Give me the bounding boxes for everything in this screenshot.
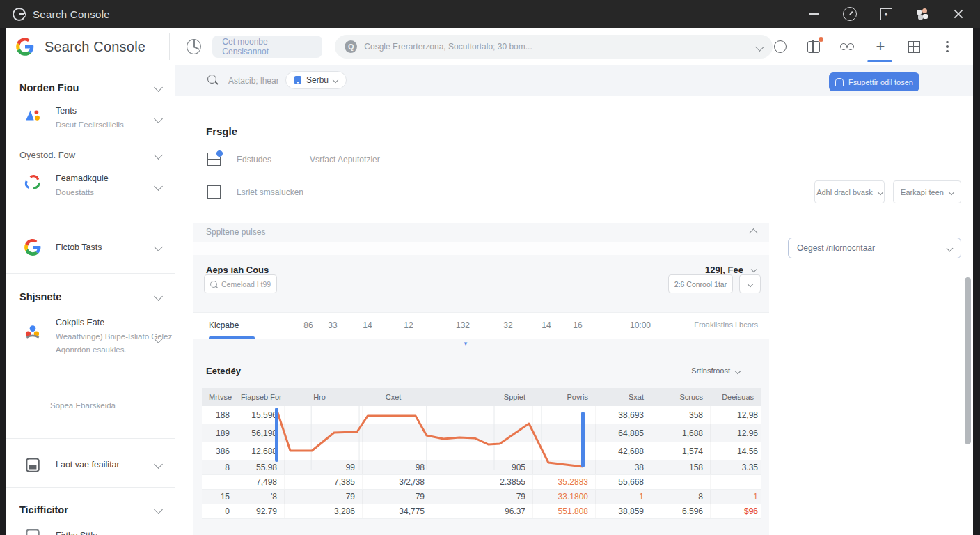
- table-cell: [362, 406, 432, 424]
- table-sort-dropdown[interactable]: Srtinsfroost: [649, 366, 740, 375]
- table-row[interactable]: 18815.59638,69335812,98: [202, 406, 761, 424]
- clock-icon[interactable]: [842, 6, 858, 22]
- clipboard-icon: [24, 456, 42, 474]
- column-header[interactable]: Scrucs: [651, 393, 710, 401]
- sidebar-item-firthy[interactable]: Firthy SttIs: [6, 527, 175, 535]
- tab-kicpabe[interactable]: Kicpabe: [209, 320, 239, 330]
- column-header[interactable]: Sppiet: [432, 393, 532, 401]
- divider: [169, 33, 170, 60]
- table-cell: [432, 424, 532, 442]
- divider: [6, 487, 175, 488]
- table-cell: [651, 475, 710, 489]
- restore-button[interactable]: ♦: [878, 6, 894, 22]
- section-label: Sppltene pulses: [206, 227, 265, 237]
- sidebar-section-oyestod[interactable]: Oyestod. Fow: [6, 150, 175, 160]
- active-tab-underline: [209, 336, 255, 339]
- column-header[interactable]: Hro: [284, 393, 362, 401]
- table-cell: [362, 424, 432, 442]
- refresh-circle-icon[interactable]: [773, 39, 788, 54]
- control-dropdown-button[interactable]: [739, 274, 761, 293]
- notify-button[interactable]: Fsupettir odil tosen: [829, 72, 919, 91]
- column-header[interactable]: Deeisuas: [710, 393, 761, 401]
- sidebar-item-laot[interactable]: Laot vae feailitar: [6, 456, 175, 470]
- pie-icon[interactable]: [187, 39, 201, 54]
- sidebar-item-cokpils[interactable]: Cokpils Eate Weaattvinge) Bnipe-Isliato …: [6, 318, 175, 354]
- table-cell: 79: [432, 490, 532, 504]
- table-row[interactable]: 15'879797933.1800181: [202, 490, 761, 504]
- sidebar-note: Sopea.Ebarskeida: [6, 401, 175, 410]
- marker-triangle-icon: ▼: [463, 341, 468, 347]
- sidebar-section-shjsnete[interactable]: Shjsnete: [6, 291, 175, 302]
- chevron-down-icon: [747, 281, 752, 286]
- people-icon[interactable]: [839, 39, 855, 54]
- table-row[interactable]: 092.793,28634,77596.37551.80838,8596.596…: [202, 504, 761, 519]
- feature-label[interactable]: Edstudes: [237, 155, 271, 164]
- window-title: Search Console: [33, 8, 110, 20]
- column-header[interactable]: Fiapseb For: [237, 393, 284, 401]
- app-logo[interactable]: Search Console: [6, 37, 168, 56]
- panel-value: 129|, Fee: [646, 265, 743, 275]
- sidebar-item-tents[interactable]: Tents Dscut Eeclirscilieils: [6, 106, 175, 129]
- sidebar-section-ticifficitor[interactable]: Ticifficitor: [6, 504, 175, 515]
- add-tab-button[interactable]: +: [873, 39, 888, 54]
- control-button[interactable]: 2:6 Conrool 1tar: [668, 274, 733, 293]
- table-cell: 6.596: [651, 504, 710, 518]
- table-cell: 7,385: [284, 475, 362, 489]
- column-header[interactable]: Povris: [532, 393, 595, 401]
- table-row[interactable]: 7,4987,3853/2,/382.385535.288355,668: [202, 475, 761, 490]
- extension-icon[interactable]: [915, 6, 930, 22]
- column-header[interactable]: Cxet: [362, 393, 432, 401]
- sidebar-item-fictob[interactable]: Fictob Tasts: [6, 238, 175, 252]
- search-icon[interactable]: [207, 75, 216, 84]
- table-cell: $96: [710, 504, 761, 518]
- minimize-button[interactable]: [806, 6, 821, 22]
- table-cell: 3.35: [710, 460, 761, 474]
- header-search-bar[interactable]: Q Cosgle Ererarterzona, Socuttortalo; 30…: [335, 35, 773, 59]
- sidebar-section-norden[interactable]: Norden Fiou: [6, 82, 175, 93]
- table-cell: 358: [651, 406, 710, 424]
- secondary-button-1[interactable]: Adhl dracl bvask: [814, 180, 885, 203]
- apps-grid-icon[interactable]: [906, 39, 922, 54]
- sidebar: Norden Fiou Tents Dscut Eeclirscilieils …: [6, 65, 176, 535]
- column-header[interactable]: Sxat: [595, 393, 651, 401]
- main-toolbar: Astacib; lhear Serbu Fsupettir odil tose…: [175, 65, 973, 96]
- table-cell: 38,693: [595, 406, 651, 424]
- table-row[interactable]: 18956,19864,8851,68812.96: [202, 424, 761, 442]
- table-row[interactable]: 855.989998905381583.35: [202, 460, 761, 475]
- account-pill[interactable]: Cet moonbe Censisannot: [212, 36, 322, 58]
- feature-label[interactable]: Lsrlet smsalucken: [237, 187, 303, 197]
- table-cell: 33.1800: [532, 490, 595, 504]
- divider: [6, 273, 175, 274]
- clipboard-icon: [24, 527, 42, 535]
- table-cell: [532, 424, 595, 442]
- table-cell: '8: [237, 492, 284, 502]
- main-area: Astacib; lhear Serbu Fsupettir odil tose…: [175, 65, 973, 535]
- right-panel-select[interactable]: Oegest /rilornocritaar: [788, 238, 961, 258]
- metric-value: 16: [573, 320, 582, 330]
- table-cell: 55,668: [595, 475, 651, 489]
- chevron-down-icon[interactable]: [755, 42, 764, 52]
- scrollbar-thumb[interactable]: [965, 277, 971, 444]
- toolbar-search-placeholder[interactable]: Astacib; lhear: [228, 76, 279, 86]
- filter-input[interactable]: Cemeload I t99: [204, 274, 277, 293]
- column-header[interactable]: Mrtvse: [202, 393, 237, 401]
- feature-label-secondary[interactable]: Vsrfact Aeputotzler: [310, 155, 380, 164]
- close-button[interactable]: [951, 6, 966, 22]
- header-search-text: Cosgle Ererarterzona, Socuttortalo; 30 b…: [364, 42, 757, 52]
- secondary-button-2[interactable]: Earkapi teen: [893, 180, 961, 203]
- sidebar-item-feamadkquie[interactable]: Feamadkquie Douestatts: [6, 173, 175, 196]
- chevron-down-icon[interactable]: [751, 267, 757, 272]
- grid-icon[interactable]: [207, 185, 221, 199]
- metric-value: 32: [503, 320, 512, 330]
- grid-icon[interactable]: [207, 153, 221, 166]
- table-cell: 99: [284, 460, 362, 474]
- scope-filter-pill[interactable]: Serbu: [285, 71, 347, 89]
- gift-icon[interactable]: [806, 39, 821, 54]
- table-cell: [432, 406, 532, 424]
- table-cell: [532, 406, 595, 424]
- table-cell: 8: [202, 463, 237, 472]
- chevron-up-icon[interactable]: [749, 228, 758, 238]
- kebab-menu-icon[interactable]: [940, 39, 955, 54]
- table-row[interactable]: 38612.68842,6881,57414.56: [202, 442, 761, 460]
- table-cell: 15.596: [237, 410, 284, 420]
